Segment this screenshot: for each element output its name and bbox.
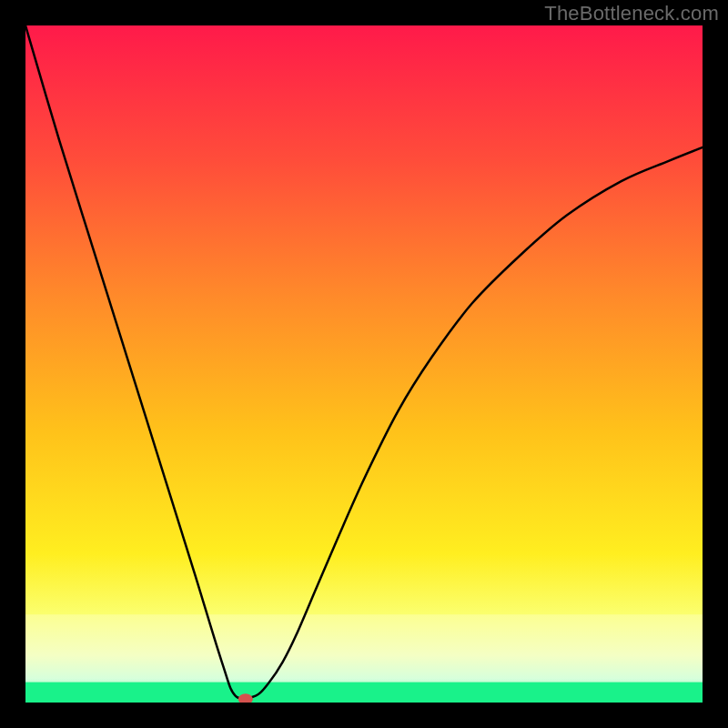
watermark-text: TheBottleneck.com	[544, 2, 719, 25]
chart-frame: TheBottleneck.com	[0, 0, 728, 728]
chart-green-band	[25, 682, 703, 703]
chart-background-gradient	[25, 25, 703, 703]
chart-svg	[25, 25, 703, 703]
chart-pale-band	[25, 614, 703, 682]
chart-plot-area	[25, 25, 703, 703]
